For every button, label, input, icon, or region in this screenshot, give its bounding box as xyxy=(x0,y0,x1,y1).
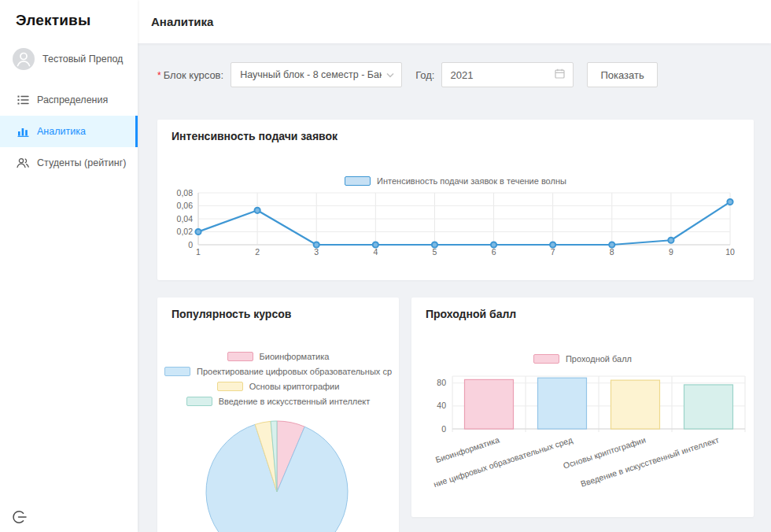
logout-icon[interactable] xyxy=(11,508,30,527)
axis-tick-label: Введение в искусственный интеллект xyxy=(579,434,720,488)
axis-tick-label: 80 xyxy=(437,378,446,387)
axis-tick-label: 0,06 xyxy=(177,201,194,210)
course-block-value: Научный блок - 8 семестр - Бакалавр... xyxy=(240,69,382,80)
bar-chart-icon xyxy=(17,125,29,138)
axis-tick-label: ние цифровых образовательных сред xyxy=(432,434,574,489)
legend-label: Проходной балл xyxy=(566,354,632,364)
bar[interactable] xyxy=(465,379,514,429)
calendar-icon xyxy=(555,68,565,82)
legend-swatch-icon xyxy=(533,354,559,364)
sidebar-item-students[interactable]: Студенты (рейтинг) xyxy=(0,147,138,179)
passing-score-chart-card: Проходной балл Проходной балл 04080Биоин… xyxy=(411,297,754,517)
axis-tick-label: 0 xyxy=(441,424,446,434)
popularity-pie-chart xyxy=(157,416,399,532)
axis-tick-label: 0,08 xyxy=(177,188,194,198)
popularity-chart-title: Популярность курсов xyxy=(172,308,291,320)
axis-tick-label: 0 xyxy=(188,240,193,249)
user-name: Тестовый Препод xyxy=(42,54,123,65)
course-block-label: *Блок курсов: xyxy=(157,69,223,81)
sidebar-nav: Распределения Аналитика xyxy=(0,84,138,179)
sidebar-item-analytics[interactable]: Аналитика xyxy=(0,116,138,147)
sidebar-item-label: Студенты (рейтинг) xyxy=(37,157,126,168)
line-point[interactable] xyxy=(727,199,732,205)
page-title: Аналитика xyxy=(138,15,213,28)
chevron-down-icon xyxy=(386,72,394,78)
show-button[interactable]: Показать xyxy=(587,62,657,87)
legend-item[interactable]: Введение в искусственный интеллект xyxy=(162,396,394,407)
legend-item[interactable]: Проходной балл xyxy=(533,353,632,364)
app-logo: Элективы xyxy=(0,0,138,39)
axis-tick-label: 4 xyxy=(373,247,378,257)
line-point[interactable] xyxy=(668,238,673,243)
legend-swatch-icon xyxy=(227,352,253,361)
legend-label: Проектирование цифровых образовательных … xyxy=(197,367,392,376)
axis-tick-label: 40 xyxy=(437,401,446,410)
bar[interactable] xyxy=(538,378,587,429)
line-point[interactable] xyxy=(609,242,614,247)
legend-swatch-icon xyxy=(164,367,190,376)
line-point[interactable] xyxy=(373,242,378,247)
legend-label: Введение в искусственный интеллект xyxy=(219,397,371,406)
list-icon xyxy=(17,94,29,106)
axis-tick-label: 1 xyxy=(196,247,201,257)
axis-tick-label: 0,04 xyxy=(177,214,194,224)
popularity-chart-legend: БиоинформатикаПроектирование цифровых об… xyxy=(157,351,399,411)
line-point[interactable] xyxy=(550,242,555,247)
passing-score-bar-chart: 04080Биоинформатикание цифровых образова… xyxy=(411,373,754,517)
year-input-field[interactable] xyxy=(450,69,555,81)
course-block-select[interactable]: Научный блок - 8 семестр - Бакалавр... xyxy=(231,62,402,87)
line-point[interactable] xyxy=(314,242,319,247)
line-point[interactable] xyxy=(255,208,260,213)
line-point[interactable] xyxy=(491,242,496,247)
legend-item[interactable]: Интенсивность подачи заявок в течение во… xyxy=(345,175,566,187)
intensity-chart-title: Интенсивность подачи заявок xyxy=(172,130,338,142)
sidebar-item-label: Распределения xyxy=(37,94,108,105)
axis-tick-label: 5 xyxy=(433,247,437,257)
axis-tick-label: 6 xyxy=(492,247,496,257)
line-point[interactable] xyxy=(195,229,201,235)
user-avatar-icon xyxy=(13,48,35,70)
bar[interactable] xyxy=(684,385,733,429)
line-point[interactable] xyxy=(432,242,437,247)
year-label: Год: xyxy=(415,69,434,81)
legend-swatch-icon xyxy=(217,382,243,391)
legend-item[interactable]: Проектирование цифровых образовательных … xyxy=(162,366,394,377)
axis-tick-label: 9 xyxy=(669,247,673,257)
line-series xyxy=(198,202,730,245)
legend-label: Основы криптографии xyxy=(249,382,340,391)
passing-score-chart-title: Проходной балл xyxy=(426,308,516,320)
legend-item[interactable]: Основы криптографии xyxy=(162,381,394,392)
axis-tick-label: 0,02 xyxy=(177,227,194,236)
legend-label: Интенсивность подачи заявок в течение во… xyxy=(377,176,566,186)
user-profile[interactable]: Тестовый Препод xyxy=(0,39,138,78)
axis-tick-label: 3 xyxy=(314,247,319,257)
legend-swatch-icon xyxy=(186,397,212,406)
legend-item[interactable]: Биоинформатика xyxy=(162,351,394,362)
filter-bar: *Блок курсов: Научный блок - 8 семестр -… xyxy=(157,62,658,87)
axis-tick-label: 2 xyxy=(255,247,260,257)
popularity-chart-card: Популярность курсов БиоинформатикаПроект… xyxy=(157,297,399,532)
sidebar-item-distributions[interactable]: Распределения xyxy=(0,84,138,116)
legend-swatch-icon xyxy=(345,176,371,186)
sidebar-item-label: Аналитика xyxy=(37,126,86,137)
bar[interactable] xyxy=(611,380,660,429)
year-input[interactable] xyxy=(441,62,574,87)
app-root: Элективы Тестовый Препод xyxy=(0,0,771,532)
axis-tick-label: 7 xyxy=(551,247,555,257)
axis-tick-label: 10 xyxy=(725,247,735,257)
team-icon xyxy=(17,157,29,169)
intensity-chart-card: Интенсивность подачи заявок Интенсивност… xyxy=(157,120,754,280)
passing-score-chart-legend: Проходной балл xyxy=(411,353,754,368)
main-content: *Блок курсов: Научный блок - 8 семестр -… xyxy=(138,43,771,532)
page-header: Аналитика xyxy=(138,0,771,43)
intensity-line-chart: 1234567891000,020,040,060,08 xyxy=(157,187,754,266)
axis-tick-label: 8 xyxy=(610,247,614,257)
sidebar: Элективы Тестовый Препод xyxy=(0,0,138,532)
axis-tick-label: Биоинформатика xyxy=(434,434,500,464)
required-mark: * xyxy=(157,70,161,81)
legend-label: Биоинформатика xyxy=(260,352,330,361)
